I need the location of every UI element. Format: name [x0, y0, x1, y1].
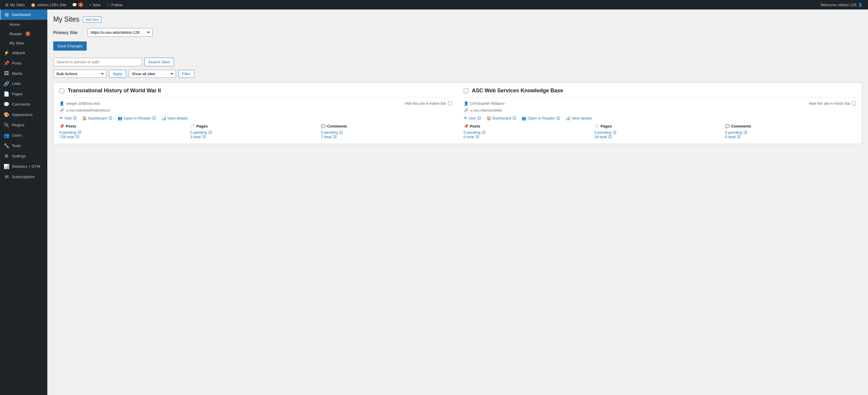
search-input[interactable] — [53, 58, 142, 66]
sidebar-item-appearance[interactable]: 🎨 Appearance — [0, 110, 47, 120]
stat-posts-label-0: 📌 Posts — [59, 124, 190, 128]
add-new-button[interactable]: Add New — [83, 17, 101, 23]
site-card-header-0: Transnational History of World War II — [59, 88, 452, 98]
dashboard-icon-0: 🏠 — [82, 116, 87, 120]
eye-icon-0: 👁 — [59, 116, 63, 120]
posts-total-link-0[interactable]: 726 total — [59, 134, 190, 139]
hide-site-label-1: Hide this site in Admin Bar — [809, 101, 856, 105]
subscriptions-icon: ✉ — [4, 174, 9, 180]
sidebar-item-tools[interactable]: 🔧 Tools — [0, 141, 47, 151]
site-checkbox-1[interactable] — [464, 88, 468, 93]
welcome-bar-item[interactable]: Welcome ralston.128 👤 — [817, 0, 866, 9]
filter-button[interactable]: Filter — [178, 70, 195, 78]
site-actions-1: 👁 Visit 🏠 Dashboard 👥 Open in Reader — [464, 116, 592, 120]
apply-button[interactable]: Apply — [109, 70, 126, 78]
pages-icon-0: 📄 — [190, 124, 195, 128]
new-bar-item[interactable]: + New — [86, 0, 103, 9]
sidebar-item-links[interactable]: 🔗 Links — [0, 79, 47, 89]
chart-icon-0: 📊 — [161, 116, 166, 120]
site-user-row-1: 👤 Christopher Wallace Hide this site in … — [464, 101, 856, 105]
sidebar-item-posts[interactable]: 📌 Posts — [0, 58, 47, 68]
ext-icon-dashboard-1 — [513, 117, 516, 120]
stat-pages-col-1: 📄 Pages 0 pending 18 total — [594, 124, 725, 139]
pages-pending-link-1[interactable]: 0 pending — [594, 130, 725, 134]
sidebar-reader-label: Reader — [9, 32, 22, 36]
pages-total-link-0[interactable]: 3 total — [190, 134, 321, 139]
primary-site-row: Primary Site https://u.osu.edu/ralston-1… — [53, 28, 862, 37]
comments-icon: 💬 — [4, 101, 9, 107]
site-card-0: Transnational History of World War II 👤 … — [54, 83, 458, 144]
view-details-link-1[interactable]: 📊 View details — [565, 116, 592, 120]
site-url-row-0: 🔗 u.osu.edu/wwiihistorytour/ — [59, 108, 110, 113]
sidebar-item-comments[interactable]: 💬 Comments — [0, 99, 47, 110]
site-meta-0: 👤 seeger.16@osu.edu Hide this site in Ad… — [59, 101, 452, 120]
sidebar-settings-label: Settings — [12, 154, 26, 158]
sidebar-item-reader[interactable]: Reader 3 — [0, 29, 47, 38]
visit-link-0[interactable]: 👁 Visit — [59, 116, 76, 120]
stat-pages-label-0: 📄 Pages — [190, 124, 321, 128]
dashboard-link-0[interactable]: 🏠 Dashboard — [82, 116, 112, 120]
bulk-actions-row: Bulk Actions Apply Show all sites Filter — [53, 70, 862, 78]
pages-total-link-1[interactable]: 18 total — [594, 134, 725, 139]
plus-icon: + — [89, 3, 91, 7]
open-reader-link-1[interactable]: 👥 Open in Reader — [522, 116, 560, 120]
sidebar-statistics-label: Statistics + GTM — [12, 164, 40, 169]
chart-icon-1: 📊 — [565, 116, 570, 120]
save-changes-button[interactable]: Save Changes — [53, 41, 87, 51]
sidebar-item-media[interactable]: 🖼 Media — [0, 68, 47, 79]
comments-total-link-1[interactable]: 0 total — [725, 134, 856, 139]
sidebar-item-my-sites[interactable]: My Sites — [0, 38, 47, 48]
posts-pending-link-0[interactable]: 0 pending — [59, 130, 190, 134]
sidebar-item-subscriptions[interactable]: ✉ Subscriptions — [0, 172, 47, 182]
plugins-icon: 🔌 — [4, 122, 9, 128]
site-checkbox-0[interactable] — [59, 88, 64, 93]
sidebar-item-home[interactable]: Home — [0, 20, 47, 29]
comments-total-link-0[interactable]: 7 total — [321, 134, 452, 139]
stat-posts-col-0: 📌 Posts 0 pending 726 total — [59, 124, 190, 139]
primary-site-label: Primary Site — [53, 30, 83, 35]
sidebar-media-label: Media — [12, 71, 22, 76]
sidebar-home-label: Home — [9, 22, 20, 27]
settings-icon: ⚙ — [4, 153, 9, 159]
bulk-actions-select[interactable]: Bulk Actions — [53, 70, 106, 78]
site-name-bar-item[interactable]: 🏠 ralston.128's Site — [28, 0, 69, 9]
pages-icon-1: 📄 — [594, 124, 599, 128]
posts-total-link-1[interactable]: 0 total — [464, 134, 594, 139]
sidebar-my-sites-label: My Sites — [9, 41, 24, 45]
sidebar-item-settings[interactable]: ⚙ Settings — [0, 151, 47, 161]
ext-icon-visit-0 — [73, 117, 76, 120]
sidebar-posts-label: Posts — [12, 61, 22, 65]
sidebar-item-jetpack[interactable]: ⚡ Jetpack — [0, 48, 47, 58]
show-all-sites-select[interactable]: Show all sites — [129, 70, 176, 78]
my-sites-bar-item[interactable]: ⊞ My Sites — [2, 0, 28, 9]
ext-icon-reader-1 — [557, 117, 560, 120]
posts-pending-link-1[interactable]: 0 pending — [464, 130, 594, 134]
pages-icon: 📄 — [4, 91, 9, 97]
ext-icon-dashboard-0 — [109, 117, 112, 120]
hide-site-checkbox-0[interactable] — [448, 101, 452, 105]
reader-icon-0: 👥 — [118, 116, 122, 120]
ext-icon-pages-total-1 — [609, 135, 612, 138]
comments-bar-item[interactable]: 💬 0 — [69, 0, 86, 9]
hide-site-checkbox-1[interactable] — [852, 101, 856, 105]
pages-pending-link-0[interactable]: 0 pending — [190, 130, 321, 134]
stat-pages-col-0: 📄 Pages 0 pending 3 total — [190, 124, 321, 139]
ext-icon-posts-total-0 — [76, 135, 79, 138]
follow-bar-item[interactable]: ♡ Follow — [103, 0, 126, 9]
visit-link-1[interactable]: 👁 Visit — [464, 116, 480, 120]
ext-icon-posts-pending-0 — [78, 131, 81, 134]
users-icon: 👥 — [4, 132, 9, 138]
sidebar-item-users[interactable]: 👥 Users — [0, 130, 47, 141]
sidebar-item-plugins[interactable]: 🔌 Plugins — [0, 120, 47, 130]
sidebar-item-pages[interactable]: 📄 Pages — [0, 89, 47, 99]
primary-site-select[interactable]: https://u.osu.edu/ralston-128 — [88, 28, 153, 37]
dashboard-link-1[interactable]: 🏠 Dashboard — [487, 116, 516, 120]
comments-pending-link-1[interactable]: 0 pending — [725, 130, 856, 134]
sidebar-item-statistics[interactable]: 📊 Statistics + GTM — [0, 161, 47, 172]
comments-pending-link-0[interactable]: 0 pending — [321, 130, 452, 134]
open-reader-link-0[interactable]: 👥 Open in Reader — [118, 116, 156, 120]
search-sites-button[interactable]: Search Sites — [144, 58, 174, 66]
view-details-link-0[interactable]: 📊 View details — [161, 116, 188, 120]
sidebar-item-dashboard[interactable]: ⊞ Dashboard — [0, 9, 47, 20]
jetpack-icon: ⚡ — [4, 50, 9, 56]
